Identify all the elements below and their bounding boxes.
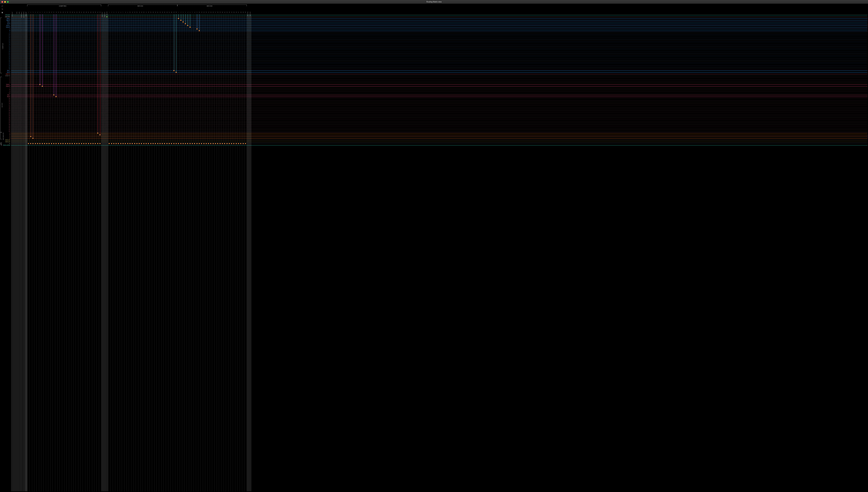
matrix-row[interactable]: 16 bbox=[0, 44, 867, 46]
patch-node[interactable] bbox=[213, 143, 214, 144]
patch-node[interactable] bbox=[176, 72, 177, 73]
patch-node[interactable] bbox=[220, 143, 221, 144]
matrix-row[interactable]: ADAT IN bbox=[0, 73, 867, 75]
patch-node[interactable] bbox=[81, 143, 82, 144]
patch-node[interactable] bbox=[30, 143, 31, 144]
patch-node[interactable] bbox=[53, 143, 54, 144]
patch-node[interactable] bbox=[183, 143, 184, 144]
matrix-row[interactable]: 10 bbox=[0, 92, 867, 94]
patch-node[interactable] bbox=[90, 143, 91, 144]
patch-node[interactable] bbox=[192, 143, 193, 144]
matrix-row[interactable]: 11 bbox=[0, 35, 867, 37]
matrix-row[interactable]: 20 bbox=[0, 110, 867, 112]
matrix-row[interactable]: 20 bbox=[0, 51, 867, 52]
patch-node[interactable] bbox=[203, 143, 204, 144]
matrix-row[interactable]: Vox L bbox=[0, 21, 867, 23]
matrix-row[interactable]: Rev L bbox=[0, 70, 867, 72]
matrix-row[interactable]: 28 bbox=[0, 124, 867, 125]
undo-icon[interactable]: ↶ bbox=[1, 5, 3, 7]
patch-node[interactable] bbox=[159, 143, 160, 144]
matrix-row[interactable]: 2 bbox=[0, 134, 867, 136]
patch-node[interactable] bbox=[167, 143, 168, 144]
patch-node[interactable] bbox=[153, 143, 154, 144]
patch-node[interactable] bbox=[190, 27, 191, 28]
matrix-row[interactable]: 17 bbox=[0, 104, 867, 106]
patch-node[interactable] bbox=[143, 143, 144, 144]
patch-node[interactable] bbox=[120, 143, 121, 144]
routing-matrix[interactable]: ↶ ↷ ◼ LINE OUTHP1HP2MONITOR AMONITOR BPR… bbox=[0, 4, 868, 492]
matrix-row[interactable]: 10 bbox=[0, 33, 867, 35]
matrix-row[interactable]: OSCILLATOR bbox=[0, 144, 867, 146]
matrix-row[interactable]: 13 bbox=[0, 98, 867, 99]
matrix-row[interactable]: 13 bbox=[0, 39, 867, 40]
matrix-row[interactable]: 19 bbox=[0, 108, 867, 110]
patch-node[interactable] bbox=[44, 143, 45, 144]
patch-node[interactable] bbox=[173, 143, 174, 144]
matrix-row[interactable]: Vox R bbox=[0, 23, 867, 25]
patch-node[interactable] bbox=[150, 143, 151, 144]
patch-node[interactable] bbox=[111, 143, 112, 144]
matrix-row[interactable]: 30 bbox=[0, 68, 867, 70]
patch-node[interactable] bbox=[180, 20, 181, 21]
matrix-row[interactable]: 14 bbox=[0, 99, 867, 101]
patch-node[interactable] bbox=[236, 143, 237, 144]
matrix-row[interactable]: 18 bbox=[0, 106, 867, 108]
matrix-row[interactable]: 16 bbox=[0, 103, 867, 104]
patch-node[interactable] bbox=[229, 143, 230, 144]
patch-node[interactable] bbox=[53, 94, 54, 96]
matrix-row[interactable]: Vox R bbox=[0, 96, 867, 98]
patch-node[interactable] bbox=[176, 143, 177, 144]
matrix-row[interactable]: 23 bbox=[0, 56, 867, 58]
matrix-row[interactable]: 32 bbox=[0, 130, 867, 132]
matrix-row[interactable]: 23 bbox=[0, 115, 867, 117]
matrix-row[interactable]: 29 bbox=[0, 66, 867, 68]
patch-node[interactable] bbox=[83, 143, 84, 144]
matrix-row[interactable]: 24 bbox=[0, 58, 867, 59]
matrix-row[interactable]: 1 bbox=[0, 136, 867, 138]
patch-node[interactable] bbox=[30, 136, 31, 137]
matrix-row[interactable]: 8 bbox=[0, 30, 867, 32]
matrix-row[interactable]: 19 bbox=[0, 49, 867, 51]
patch-node[interactable] bbox=[245, 143, 246, 144]
matrix-row[interactable]: 24 bbox=[0, 117, 867, 118]
matrix-row[interactable]: 21 bbox=[0, 52, 867, 54]
patch-node[interactable] bbox=[157, 143, 158, 144]
patch-node[interactable] bbox=[238, 143, 239, 144]
patch-node[interactable] bbox=[42, 143, 43, 144]
matrix-row[interactable]: 28 bbox=[0, 65, 867, 66]
matrix-row[interactable]: 9 bbox=[0, 91, 867, 92]
patch-node[interactable] bbox=[74, 143, 75, 144]
matrix-row[interactable]: 30 bbox=[0, 127, 867, 129]
patch-node[interactable] bbox=[51, 143, 52, 144]
patch-node[interactable] bbox=[180, 143, 181, 144]
patch-node[interactable] bbox=[215, 143, 216, 144]
matrix-row[interactable]: 17 bbox=[0, 46, 867, 47]
matrix-row[interactable]: Zoom R bbox=[0, 26, 867, 28]
patch-node[interactable] bbox=[134, 143, 135, 144]
patch-node[interactable] bbox=[199, 143, 200, 144]
matrix-row[interactable]: Main L bbox=[0, 18, 867, 20]
matrix-row[interactable]: 14 bbox=[0, 40, 867, 42]
matrix-row[interactable]: 31 bbox=[0, 129, 867, 130]
patch-node[interactable] bbox=[99, 134, 100, 136]
matrix-row[interactable]: 3 bbox=[0, 80, 867, 82]
matrix-row[interactable]: 15 bbox=[0, 101, 867, 103]
patch-node[interactable] bbox=[206, 143, 207, 144]
patch-node[interactable] bbox=[199, 30, 200, 31]
patch-node[interactable] bbox=[97, 143, 98, 144]
redo-icon[interactable]: ↷ bbox=[1, 8, 3, 10]
matrix-row[interactable]: 22 bbox=[0, 113, 867, 115]
matrix-row[interactable]: Main R bbox=[0, 20, 867, 21]
matrix-row[interactable]: 7 bbox=[0, 87, 867, 89]
patch-node[interactable] bbox=[173, 70, 174, 71]
matrix-row[interactable]: 27 bbox=[0, 63, 867, 65]
matrix-row[interactable]: Zoom R bbox=[0, 85, 867, 87]
matrix-row[interactable]: 26 bbox=[0, 120, 867, 122]
matrix-row[interactable]: MIX3 L/R bbox=[0, 139, 867, 141]
patch-node[interactable] bbox=[197, 143, 198, 144]
patch-node[interactable] bbox=[183, 22, 184, 23]
grid-body[interactable]: PREAMPEMU MICMain LMain RVox LVox RZoom … bbox=[0, 14, 867, 491]
matrix-row[interactable]: 22 bbox=[0, 54, 867, 56]
patch-node[interactable] bbox=[227, 143, 228, 144]
patch-node[interactable] bbox=[99, 143, 100, 144]
